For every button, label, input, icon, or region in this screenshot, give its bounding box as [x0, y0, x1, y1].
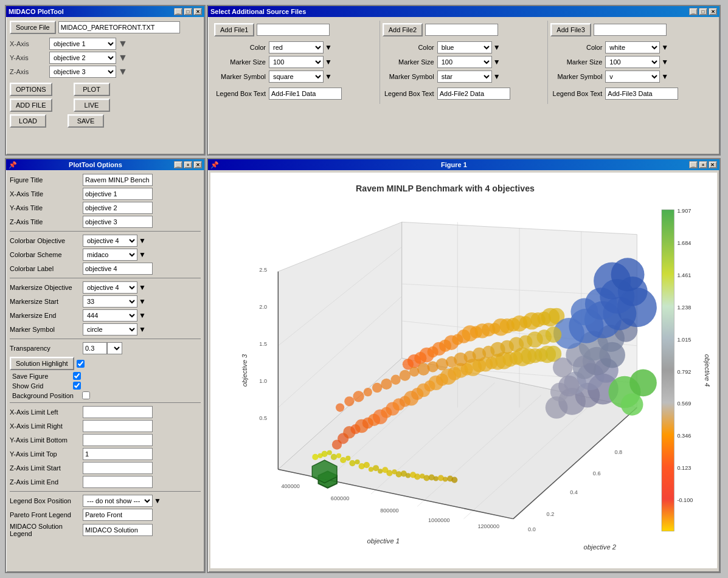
- z-limit-start-input[interactable]: [83, 462, 153, 474]
- colorbar-obj-select[interactable]: objective 1objective 2objective 3objecti…: [83, 235, 137, 247]
- col1-markersize-label: Marker Size: [214, 58, 269, 66]
- options-minimize-btn[interactable]: _: [174, 161, 182, 168]
- svg-point-108: [355, 459, 359, 464]
- figure-minimize-btn[interactable]: _: [689, 161, 698, 168]
- options-close-btn[interactable]: ✕: [193, 161, 202, 168]
- load-button[interactable]: LOAD: [10, 114, 46, 128]
- col3-markersymbol-label: Marker Symbol: [550, 73, 605, 80]
- col2-markersize-arrow: ▼: [493, 58, 501, 66]
- solution-highlight-btn[interactable]: Solution Highlight: [10, 357, 74, 370]
- col3-legend-input[interactable]: [605, 88, 678, 100]
- x-limit-right-input[interactable]: [83, 420, 153, 432]
- svg-text:2.0: 2.0: [259, 304, 267, 310]
- col3-markersymbol-select[interactable]: circlesquarestarv: [605, 71, 660, 83]
- show-grid-checkbox[interactable]: [73, 382, 81, 390]
- midaco-close-btn[interactable]: ✕: [193, 8, 202, 15]
- options-pin-icon: 📌: [9, 161, 17, 169]
- bg-position-checkbox[interactable]: [82, 391, 90, 399]
- figure-window-controls: _ + ✕: [689, 161, 717, 168]
- z-axis-title-input[interactable]: [83, 216, 153, 228]
- figure-maximize-btn[interactable]: +: [699, 161, 707, 168]
- add-file1-input[interactable]: [257, 24, 330, 36]
- svg-text:1200000: 1200000: [477, 523, 499, 529]
- svg-point-129: [451, 477, 457, 483]
- z-axis-select[interactable]: objective 1objective 2objective 3objecti…: [49, 66, 116, 78]
- col3-legend-label: Legend Box Text: [550, 90, 605, 97]
- figure-title-input[interactable]: [83, 174, 153, 186]
- svg-text:0.4: 0.4: [570, 489, 578, 495]
- options-title-text: PlotTool Options: [69, 161, 122, 168]
- marker-symbol-select[interactable]: circlesquarestarv: [83, 323, 137, 335]
- col2-markersymbol-select[interactable]: circlesquarestarv: [437, 71, 492, 83]
- source-minimize-btn[interactable]: _: [689, 8, 698, 15]
- x-axis-select[interactable]: objective 1objective 2objective 3objecti…: [49, 38, 116, 50]
- add-file3-input[interactable]: [594, 24, 667, 36]
- solution-highlight-checkbox[interactable]: [77, 360, 85, 368]
- y-axis-title-input[interactable]: [83, 202, 153, 214]
- svg-point-159: [629, 369, 657, 396]
- x-axis-label: X-Axis: [10, 40, 49, 47]
- colorbar-label-input[interactable]: [83, 263, 153, 275]
- midaco-title-text: MIDACO PlotTool: [9, 8, 64, 15]
- col3-color-select[interactable]: redbluegreenblackwhite: [605, 41, 660, 53]
- source-file-button[interactable]: Source File: [10, 21, 56, 34]
- svg-text:1.0: 1.0: [259, 378, 267, 384]
- options-button[interactable]: OPTIONS: [10, 83, 52, 96]
- colorbar-scheme-select[interactable]: midacojetviridis: [83, 249, 137, 261]
- legend-pos-label: Legend Box Position: [10, 497, 83, 504]
- x-axis-title-input[interactable]: [83, 188, 153, 200]
- source-close-btn[interactable]: ✕: [709, 8, 717, 15]
- add-file2-input[interactable]: [425, 24, 498, 36]
- live-button[interactable]: LIVE: [74, 98, 110, 112]
- y-axis-arrow-icon: ▼: [118, 52, 128, 63]
- col2-markersize-select[interactable]: 50100150: [437, 56, 492, 68]
- z-limit-start-label: Z-Axis Limit Start: [10, 464, 83, 472]
- markersize-start-select[interactable]: 10203350: [83, 295, 137, 308]
- y-limit-bottom-input[interactable]: [83, 434, 153, 446]
- colorbar-label-label: Colorbar Label: [10, 265, 83, 272]
- save-figure-checkbox[interactable]: [73, 372, 81, 380]
- transparency-input[interactable]: [83, 342, 107, 354]
- midaco-maximize-btn[interactable]: □: [184, 8, 192, 15]
- x-limit-left-input[interactable]: [83, 406, 153, 418]
- svg-point-113: [378, 469, 383, 473]
- markersize-end-select[interactable]: 100200444500: [83, 309, 137, 322]
- transparency-label: Transparency: [10, 345, 83, 352]
- svg-point-101: [322, 451, 328, 457]
- add-file1-button[interactable]: Add File1: [214, 23, 254, 36]
- col3-markersize-select[interactable]: 50100150: [605, 56, 660, 68]
- col1-legend-input[interactable]: [269, 88, 342, 100]
- source-file-input[interactable]: [58, 21, 180, 33]
- add-file2-button[interactable]: Add File2: [383, 23, 423, 36]
- markersize-obj-select[interactable]: objective 1objective 2objective 3objecti…: [83, 281, 137, 294]
- col2-legend-input[interactable]: [437, 88, 510, 100]
- options-maximize-btn[interactable]: +: [184, 161, 192, 168]
- col3-markersize-label: Marker Size: [550, 58, 605, 66]
- plot-button[interactable]: PLOT: [74, 83, 110, 96]
- transparency-select[interactable]: 0.3: [107, 342, 122, 354]
- add-file3-button[interactable]: Add File3: [550, 23, 591, 36]
- svg-point-166: [364, 388, 372, 396]
- midaco-title-bar: MIDACO PlotTool _ □ ✕: [6, 6, 204, 17]
- source-files-window: Select Additional Source Files _ □ ✕ Add…: [207, 5, 721, 156]
- legend-pos-select[interactable]: --- do not show ---upper rightlower left: [83, 495, 153, 507]
- midaco-minimize-btn[interactable]: _: [174, 8, 182, 15]
- y-limit-top-input[interactable]: [83, 448, 153, 460]
- col1-color-select[interactable]: redbluegreenblackwhite: [269, 41, 324, 53]
- svg-text:0.6: 0.6: [593, 470, 601, 477]
- svg-text:0.569: 0.569: [677, 401, 691, 407]
- pareto-legend-input[interactable]: [83, 509, 153, 521]
- col1-markersymbol-select[interactable]: circlesquarestarv: [269, 71, 324, 83]
- figure-close-btn[interactable]: ✕: [709, 161, 717, 168]
- save-button[interactable]: SAVE: [68, 114, 104, 128]
- midaco-legend-input[interactable]: [83, 524, 153, 536]
- z-limit-end-input[interactable]: [83, 476, 153, 488]
- add-file-button[interactable]: ADD FILE: [10, 98, 52, 112]
- y-axis-select[interactable]: objective 1objective 2objective 3objecti…: [49, 52, 116, 64]
- svg-text:1000000: 1000000: [428, 517, 450, 523]
- markersize-start-arrow: ▼: [139, 297, 146, 306]
- col2-color-select[interactable]: redbluegreenblackwhite: [437, 41, 492, 53]
- source-maximize-btn[interactable]: □: [699, 8, 707, 15]
- col1-markersize-select[interactable]: 50100150: [269, 56, 324, 68]
- col3-markersymbol-arrow: ▼: [661, 72, 668, 81]
